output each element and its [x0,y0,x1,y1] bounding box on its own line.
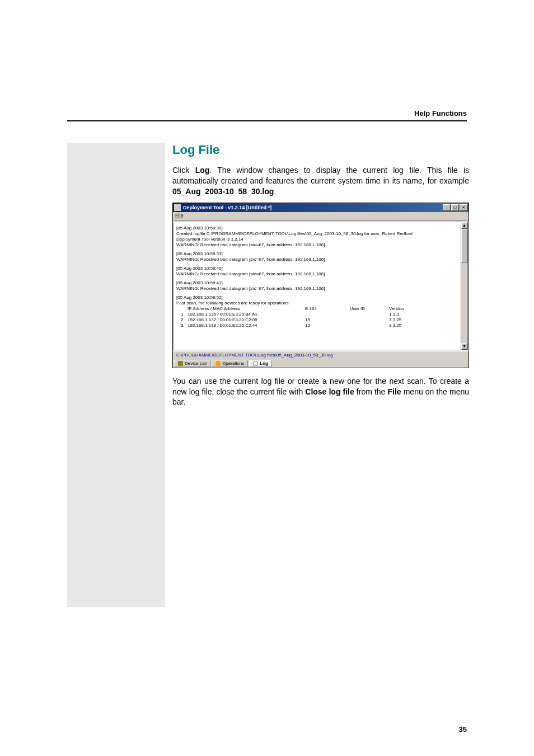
window-buttons: _ □ × [443,204,467,211]
table-row: 1.192.168.1.136 / 00:01:E3:20:B4:A11.1.3 [176,312,465,317]
col-uid: User ID [350,306,389,312]
cell: 3.3.25 [389,317,423,323]
close-button[interactable]: × [460,204,467,211]
tab-operations-label: Operations [222,361,244,366]
log-line: WARNING: Received bad datagram [src=67, … [176,242,465,248]
intro-pre: Click [172,166,195,175]
scan-block: [05 Aug 2003 10:58:52] Post scan, the fo… [176,295,465,328]
log-timestamp: [05 Aug 2003 10:58:41] [176,280,465,286]
tab-device-list[interactable]: Device List [174,360,210,367]
operations-icon [216,361,221,366]
scan-rows: 1.192.168.1.136 / 00:01:E3:20:B4:A11.1.3… [176,312,465,328]
col-ver: Version [389,306,423,312]
page-header: Help Functions [414,109,467,118]
intro-bold-log: Log [195,166,210,175]
log-entry: [05 Aug 2003 10:58:40]WARNING: Received … [176,266,465,277]
outro-paragraph: You can use the current log file or crea… [172,376,469,408]
log-timestamp: [05 Aug 2003 10:58:40] [176,266,465,271]
scroll-thumb[interactable] [461,229,467,262]
log-entries: [05 Aug 2003 10:58:30]Created logfile C:… [176,226,465,292]
window-title: Deployment Tool - v1.2.14 [Untitled *] [183,205,443,210]
cell [350,323,389,328]
scroll-down-button[interactable]: ▼ [461,343,467,350]
outro-mid: from the [354,387,388,396]
cell: 192.168.1.137 / 00:01:E3:20:C2:08 [188,317,305,323]
scan-timestamp: [05 Aug 2003 10:58:52] [176,295,465,300]
intro-bold-filename: 05_Aug_2003-10_58_30.log [172,187,274,196]
log-entry: [05 Aug 2003 10:58:33]WARNING: Received … [176,251,465,262]
titlebar: Deployment Tool - v1.2.14 [Untitled *] _… [173,203,469,212]
cell: 19 [305,317,350,323]
log-line: WARNING: Received bad datagram [src=67, … [176,271,465,277]
col-e164: E.164 [305,306,350,312]
col-addr: IP Address / MAC Address [188,306,305,312]
cell: 3. [176,323,188,328]
menu-file[interactable]: File [175,213,184,218]
scrollbar[interactable]: ▲ ▼ [461,222,467,350]
log-timestamp: [05 Aug 2003 10:58:33] [176,251,465,257]
cell: 2. [176,317,188,323]
minimize-button[interactable]: _ [443,204,451,211]
cell: 1. [176,312,188,317]
outro-bold-file: File [387,387,401,396]
log-path: C:\PROGRAMME\DEPLOYMENT TOOL\Log files\0… [173,351,469,359]
table-row: 2.192.168.1.137 / 00:01:E3:20:C2:08193.3… [176,317,465,323]
scroll-up-button[interactable]: ▲ [461,222,467,229]
tab-log[interactable]: Log [249,360,272,367]
header-rule [67,120,467,121]
cell: 1.1.3 [389,312,423,317]
cell: 3.3.25 [389,323,423,328]
table-row: 3.192.168.1.138 / 00:01:E3:20:C2:44123.3… [176,323,465,328]
content: Log File Click Log. The window changes t… [172,143,469,413]
log-line: WARNING: Received bad datagram [src=67, … [176,257,465,262]
cell [350,317,389,323]
col-num [176,306,188,312]
log-line: Created logfile C:\PROGRAMME\DEPLOYMENT … [176,231,465,237]
log-area: [05 Aug 2003 10:58:30]Created logfile C:… [174,222,468,350]
log-entry: [05 Aug 2003 10:58:41]WARNING: Received … [176,280,465,292]
scan-header-row: IP Address / MAC Address E.164 User ID V… [176,306,465,312]
intro-end: . [274,187,276,196]
cell: 12 [305,323,350,328]
maximize-button[interactable]: □ [451,204,459,211]
cell [350,312,389,317]
scan-heading: Post scan, the following devices are rea… [176,300,465,306]
tab-operations[interactable]: Operations [212,360,248,367]
log-icon [253,361,258,366]
tab-log-label: Log [260,361,268,366]
cell: 192.168.1.136 / 00:01:E3:20:B4:A1 [188,312,305,317]
intro-paragraph: Click Log. The window changes to display… [172,165,469,197]
log-entry: [05 Aug 2003 10:58:30]Created logfile C:… [176,226,465,248]
page-number: 35 [459,725,467,734]
left-gutter [67,143,165,607]
cell [305,312,350,317]
section-title: Log File [172,143,469,157]
outro-bold-close: Close log file [305,387,354,396]
app-icon [174,204,181,211]
device-list-icon [178,361,183,366]
app-window: Deployment Tool - v1.2.14 [Untitled *] _… [172,203,469,368]
log-line: WARNING: Received bad datagram [src=67, … [176,286,465,292]
tab-device-list-label: Device List [185,361,207,366]
log-timestamp: [05 Aug 2003 10:58:30] [176,226,465,231]
intro-mid: . The window changes to display the curr… [172,166,469,185]
tabbar: Device List Operations Log [173,359,469,368]
menubar: File [173,212,469,221]
log-line: Deployment Tool version is 1.2.14 [176,237,465,242]
cell: 192.168.1.138 / 00:01:E3:20:C2:44 [188,323,305,328]
